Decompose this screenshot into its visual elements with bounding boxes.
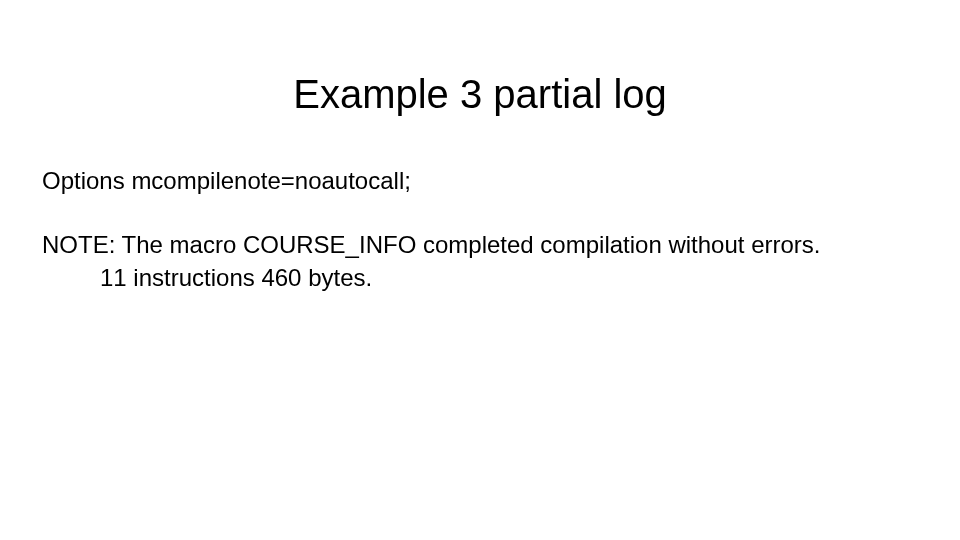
detail-line: 11 instructions 460 bytes. bbox=[42, 262, 918, 294]
options-statement: Options mcompilenote=noautocall; bbox=[42, 165, 918, 197]
slide-container: Example 3 partial log Options mcompileno… bbox=[0, 72, 960, 540]
slide-title: Example 3 partial log bbox=[0, 72, 960, 117]
spacer bbox=[42, 197, 918, 229]
note-line: NOTE: The macro COURSE_INFO completed co… bbox=[42, 229, 918, 261]
slide-body: Options mcompilenote=noautocall; NOTE: T… bbox=[0, 165, 960, 294]
